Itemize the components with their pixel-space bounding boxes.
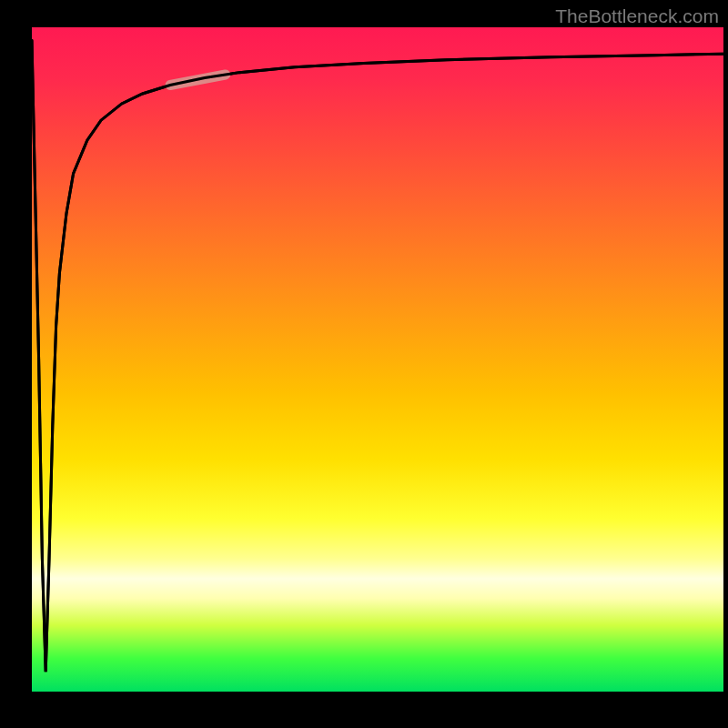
curve-svg bbox=[32, 27, 723, 692]
watermark-label: TheBottleneck.com bbox=[555, 5, 719, 27]
chart-canvas: TheBottleneck.com bbox=[0, 0, 728, 728]
bottleneck-curve-overlay bbox=[32, 41, 723, 672]
bottleneck-curve bbox=[32, 41, 723, 672]
plot-area bbox=[32, 27, 723, 692]
